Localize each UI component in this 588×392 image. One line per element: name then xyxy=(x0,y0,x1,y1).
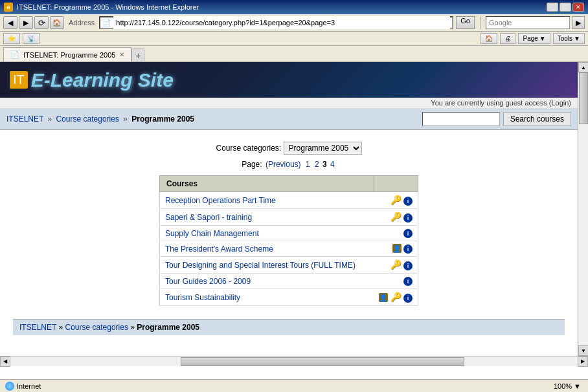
breadcrumb-categories[interactable]: Course categories xyxy=(56,114,119,124)
close-button[interactable]: ✕ xyxy=(572,3,584,12)
course-icons: 🔑 i xyxy=(374,192,418,209)
course-icons: 🔑 i xyxy=(374,209,418,226)
site-header: IT E-Learning Site xyxy=(0,62,578,98)
h-scroll-thumb[interactable] xyxy=(181,357,464,366)
table-row: Tour Designing and Special Interest Tour… xyxy=(160,257,418,274)
refresh-button[interactable]: ⟳ xyxy=(34,16,49,29)
course-icons: 👤 🔑 i xyxy=(374,289,418,306)
content-wrapper: IT E-Learning Site You are currently usi… xyxy=(0,62,588,356)
key-icon: 🔑 xyxy=(390,259,401,270)
browser-toolbar: ⭐ 📡 🏠 🖨 Page ▼ Tools ▼ xyxy=(0,32,588,46)
bottom-home[interactable]: ITSELNET xyxy=(19,323,56,332)
bottom-sep2: » xyxy=(130,323,135,332)
pagination-page-4[interactable]: 4 xyxy=(330,160,335,169)
h-scroll-right-button[interactable]: ▶ xyxy=(578,356,588,367)
bottom-sep1: » xyxy=(58,323,63,332)
pagination-prev[interactable]: (Previous) xyxy=(266,160,301,169)
info-icon[interactable]: i xyxy=(403,213,413,223)
browser-search-go[interactable]: ▶ xyxy=(572,16,585,29)
scroll-thumb[interactable] xyxy=(579,72,588,124)
h-scroll-left-button[interactable]: ◀ xyxy=(0,356,10,367)
content-area: IT E-Learning Site You are currently usi… xyxy=(0,62,578,356)
guest-notice: You are currently using guest access (Lo… xyxy=(0,98,578,109)
course-icons: i xyxy=(374,274,418,289)
logo-main: E-Learning Site xyxy=(31,69,174,91)
course-icons: i xyxy=(374,226,418,241)
favorites-button[interactable]: ⭐ xyxy=(3,33,20,44)
table-row: Supply Chain Managementi xyxy=(160,226,418,241)
zoom-button[interactable]: 100% ▼ xyxy=(552,382,583,390)
course-link[interactable]: Supply Chain Management xyxy=(165,229,259,238)
breadcrumb-sep2: » xyxy=(123,114,128,124)
h-scroll-track xyxy=(10,356,578,367)
tools-menu[interactable]: Tools ▼ xyxy=(553,33,585,44)
v-scrollbar[interactable]: ▲ ▼ xyxy=(578,62,588,356)
tab-bar: 📄 ITSELNET: Programme 2005 ✕ + xyxy=(0,46,588,62)
table-row: Reception Operations Part Time🔑 i xyxy=(160,192,418,209)
course-link[interactable]: The President's Award Scheme xyxy=(165,245,273,254)
back-button[interactable]: ◀ xyxy=(3,16,17,29)
courses-header-icons xyxy=(374,176,418,192)
breadcrumb-current: Programme 2005 xyxy=(131,114,194,124)
browser-search-bar: ▶ xyxy=(486,16,585,29)
info-icon[interactable]: i xyxy=(403,294,413,303)
page-text: Page: xyxy=(242,160,262,169)
home-button[interactable]: 🏠 xyxy=(50,16,64,29)
nav-buttons: ◀ ▶ ⟳ 🏠 xyxy=(3,16,64,29)
pagination-page-2[interactable]: 2 xyxy=(315,160,319,169)
table-row: Tour Guides 2006 - 2009i xyxy=(160,274,418,289)
window-title: ITSELNET: Programme 2005 - Windows Inter… xyxy=(17,3,199,11)
new-tab-button[interactable]: + xyxy=(131,49,144,61)
bottom-categories[interactable]: Course categories xyxy=(65,323,128,332)
info-icon[interactable]: i xyxy=(403,277,413,286)
search-courses-input[interactable] xyxy=(422,112,500,126)
address-bar: ◀ ▶ ⟳ 🏠 Address 📄 Go ▶ xyxy=(0,14,588,32)
course-icons: 👤 i xyxy=(374,241,418,257)
table-row: Saperi & Sapori - training🔑 i xyxy=(160,209,418,226)
maximize-button[interactable]: □ xyxy=(560,3,571,12)
course-link[interactable]: Tour Designing and Special Interest Tour… xyxy=(165,261,356,270)
feeds-button[interactable]: 📡 xyxy=(23,33,40,44)
browser-search-input[interactable] xyxy=(486,16,570,29)
print-button[interactable]: 🖨 xyxy=(500,33,515,44)
forward-button[interactable]: ▶ xyxy=(19,16,33,29)
tab-itselnet[interactable]: 📄 ITSELNET: Programme 2005 ✕ xyxy=(3,47,131,61)
page-menu[interactable]: Page ▼ xyxy=(518,33,550,44)
key-icon: 🔑 xyxy=(390,212,401,222)
category-select[interactable]: Programme 2005 xyxy=(284,142,362,155)
pagination-page-1[interactable]: 1 xyxy=(306,160,310,169)
page-content: Course categories: Programme 2005 Page: … xyxy=(0,130,578,342)
guest-icon: 👤 xyxy=(392,244,401,253)
page-label: Page xyxy=(523,35,537,42)
info-icon[interactable]: i xyxy=(403,261,413,270)
category-selector: Course categories: Programme 2005 xyxy=(13,142,565,155)
tab-label: ITSELNET: Programme 2005 xyxy=(23,51,115,59)
course-link[interactable]: Saperi & Sapori - training xyxy=(165,213,252,222)
page-icon: 📄 xyxy=(102,19,111,27)
window-buttons: _ □ ✕ xyxy=(547,3,584,12)
home-tool-button[interactable]: 🏠 xyxy=(481,33,497,44)
pagination-page-3-current: 3 xyxy=(322,160,327,169)
scroll-up-button[interactable]: ▲ xyxy=(578,62,588,72)
bottom-breadcrumb-bar: ITSELNET » Course categories » Programme… xyxy=(13,319,565,335)
tab-close-button[interactable]: ✕ xyxy=(119,51,124,58)
status-bar: Internet 100% ▼ xyxy=(0,379,588,392)
key-icon: 🔑 xyxy=(390,195,401,205)
status-right: 100% ▼ xyxy=(552,382,583,390)
course-link[interactable]: Tour Guides 2006 - 2009 xyxy=(165,277,251,286)
go-button[interactable]: Go xyxy=(456,16,475,29)
separator xyxy=(480,16,481,29)
url-input[interactable] xyxy=(113,16,450,29)
status-text: Internet xyxy=(17,382,41,390)
info-icon[interactable]: i xyxy=(403,245,413,254)
info-icon[interactable]: i xyxy=(403,197,413,206)
title-bar: e ITSELNET: Programme 2005 - Windows Int… xyxy=(0,0,588,14)
info-icon[interactable]: i xyxy=(403,229,413,238)
courses-header: Courses xyxy=(160,176,374,192)
search-courses-button[interactable]: Search courses xyxy=(503,112,571,126)
course-link[interactable]: Reception Operations Part Time xyxy=(165,196,276,205)
scroll-down-button[interactable]: ▼ xyxy=(578,345,588,356)
minimize-button[interactable]: _ xyxy=(547,3,558,12)
course-link[interactable]: Tourism Sustainability xyxy=(165,293,240,302)
breadcrumb-home[interactable]: ITSELNET xyxy=(6,114,43,124)
